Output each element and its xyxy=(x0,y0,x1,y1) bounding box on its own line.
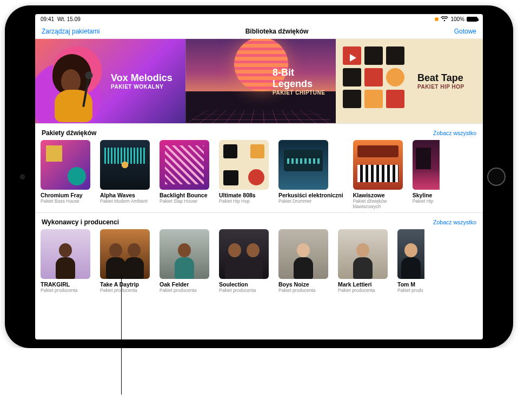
status-time: 09:41 xyxy=(41,16,54,22)
sound-packs-scroll[interactable]: Chromium Fray Pakiet Bass House Alpha Wa… xyxy=(41,140,477,209)
artist-subtitle: Pakiet producenta xyxy=(41,288,90,293)
pack-title: Skyline xyxy=(413,192,440,198)
artists-scroll[interactable]: TRAKGIRL Pakiet producenta Take A Daytri… xyxy=(41,229,477,293)
pack-title: Backlight Bounce xyxy=(160,192,209,198)
hero-carousel[interactable]: Vox Melodics PAKIET WOKALNY 8-Bit Legend… xyxy=(35,39,483,123)
pack-subtitle: Pakiet Hip xyxy=(413,198,440,204)
hero-art-grid xyxy=(186,110,336,123)
pack-tile-keyboards[interactable]: Klawiszowe Pakiet dźwięków klawiszowych xyxy=(353,140,403,209)
pack-subtitle: Pakiet Modern Ambient xyxy=(100,198,150,204)
artist-tile-soulection[interactable]: Soulection Pakiet producenta xyxy=(219,229,269,293)
hero-card-8bit-legends[interactable]: 8-Bit Legends PAKIET CHIPTUNE xyxy=(185,39,336,123)
section-artists: Wykonawcy i producenci Zobacz wszystko T… xyxy=(35,212,483,296)
page-title: Biblioteka dźwięków xyxy=(245,28,309,35)
battery-icon xyxy=(467,17,477,22)
artist-subtitle: Pakiet producenta xyxy=(278,288,328,293)
artist-subtitle: Pakiet producenta xyxy=(338,288,388,293)
hero-title: Beat Tape xyxy=(417,72,464,84)
pack-artwork xyxy=(160,140,209,190)
artist-photo xyxy=(338,229,388,279)
status-date: Wt. 15.09 xyxy=(57,16,81,22)
hero-art-geometric xyxy=(341,43,411,119)
artist-tile-boys-noize[interactable]: Boys Noize Pakiet producenta xyxy=(278,229,328,293)
artist-tile-take-a-daytrip[interactable]: Take A Daytrip Pakiet producenta xyxy=(100,229,150,293)
pack-subtitle: Pakiet Slap House xyxy=(160,198,209,204)
section-title: Pakiety dźwięków xyxy=(42,129,96,137)
pack-title: Chromium Fray xyxy=(41,192,90,198)
done-button[interactable]: Gotowe xyxy=(454,28,476,35)
pack-artwork xyxy=(278,140,328,190)
battery-percent: 100% xyxy=(450,16,464,22)
pack-subtitle: Pakiet dźwięków klawiszowych xyxy=(353,198,403,209)
hero-subtitle: PAKIET CHIPTUNE xyxy=(273,90,336,96)
pack-tile-ultimate-808s[interactable]: Ultimate 808s Pakiet Hip Hop xyxy=(219,140,269,209)
pack-tile-alpha-waves[interactable]: Alpha Waves Pakiet Modern Ambient xyxy=(100,140,150,209)
home-button[interactable] xyxy=(487,168,506,186)
pack-artwork xyxy=(41,140,90,190)
pack-tile-electronic-drummers[interactable]: Perkusiści elektroniczni Pakiet Drummer xyxy=(278,140,343,209)
artist-subtitle: Pakiet producenta xyxy=(160,288,209,293)
annotation-callout-line xyxy=(121,276,122,348)
artist-tile-oak-felder[interactable]: Oak Felder Pakiet producenta xyxy=(160,229,209,293)
camera-dot xyxy=(20,175,25,179)
pack-artwork xyxy=(100,140,150,190)
artist-name: Tom M xyxy=(397,281,424,288)
artist-photo xyxy=(100,229,150,279)
artist-subtitle: Pakiet producenta xyxy=(219,288,269,293)
artist-photo xyxy=(219,229,269,279)
pack-subtitle: Pakiet Drummer xyxy=(278,198,343,204)
hero-subtitle: PAKIET HIP HOP xyxy=(417,84,464,90)
artist-photo xyxy=(397,229,424,279)
nav-bar: Zarządzaj pakietami Biblioteka dźwięków … xyxy=(35,24,483,39)
artist-subtitle: Pakiet producenta xyxy=(100,288,150,293)
hero-subtitle: PAKIET WOKALNY xyxy=(111,84,172,90)
hero-title: 8-Bit Legends xyxy=(273,67,336,90)
recording-indicator-icon xyxy=(435,17,439,21)
pack-title: Klawiszowe xyxy=(353,192,403,198)
artist-photo xyxy=(41,229,90,279)
pack-tile-chromium-fray[interactable]: Chromium Fray Pakiet Bass House xyxy=(41,140,90,209)
artist-tile-mark-lettieri[interactable]: Mark Lettieri Pakiet producenta xyxy=(338,229,388,293)
content-area: Vox Melodics PAKIET WOKALNY 8-Bit Legend… xyxy=(35,39,483,339)
pack-title: Alpha Waves xyxy=(100,192,150,198)
artist-name: Oak Felder xyxy=(160,281,209,288)
pack-title: Ultimate 808s xyxy=(219,192,269,198)
hero-card-vox-melodics[interactable]: Vox Melodics PAKIET WOKALNY xyxy=(35,39,185,123)
wifi-icon xyxy=(441,16,448,22)
manage-packs-link[interactable]: Zarządzaj pakietami xyxy=(42,28,99,35)
artist-tile-trakgirl[interactable]: TRAKGIRL Pakiet producenta xyxy=(41,229,90,293)
pack-tile-skyline[interactable]: Skyline Pakiet Hip xyxy=(413,140,440,209)
pack-title: Perkusiści elektroniczni xyxy=(278,192,343,198)
see-all-link[interactable]: Zobacz wszystko xyxy=(433,219,476,225)
artist-name: Soulection xyxy=(219,281,269,288)
artist-name: Boys Noize xyxy=(278,281,328,288)
section-sound-packs: Pakiety dźwięków Zobacz wszystko Chromiu… xyxy=(35,123,483,212)
status-bar: 09:41 Wt. 15.09 100% xyxy=(35,14,483,24)
see-all-link[interactable]: Zobacz wszystko xyxy=(433,130,476,136)
screen: 09:41 Wt. 15.09 100% Zarządzaj pakietami… xyxy=(35,14,483,339)
artist-name: Mark Lettieri xyxy=(338,281,388,288)
pack-tile-backlight-bounce[interactable]: Backlight Bounce Pakiet Slap House xyxy=(160,140,209,209)
pack-artwork xyxy=(353,140,403,190)
artist-tile-tom-m[interactable]: Tom M Pakiet produ xyxy=(397,229,424,293)
artist-name: Take A Daytrip xyxy=(100,281,150,288)
hero-art-singer xyxy=(45,51,104,121)
artist-photo xyxy=(160,229,209,279)
ipad-device-frame: 09:41 Wt. 15.09 100% Zarządzaj pakietami… xyxy=(5,5,513,348)
hero-title: Vox Melodics xyxy=(111,72,172,84)
section-title: Wykonawcy i producenci xyxy=(42,218,119,226)
pack-subtitle: Pakiet Bass House xyxy=(41,198,90,204)
artist-name: TRAKGIRL xyxy=(41,281,90,288)
artist-photo xyxy=(278,229,328,279)
pack-artwork xyxy=(413,140,440,190)
artist-subtitle: Pakiet produ xyxy=(397,288,424,293)
hero-card-beat-tape[interactable]: Beat Tape PAKIET HIP HOP xyxy=(336,39,483,123)
pack-artwork xyxy=(219,140,269,190)
pack-subtitle: Pakiet Hip Hop xyxy=(219,198,269,204)
